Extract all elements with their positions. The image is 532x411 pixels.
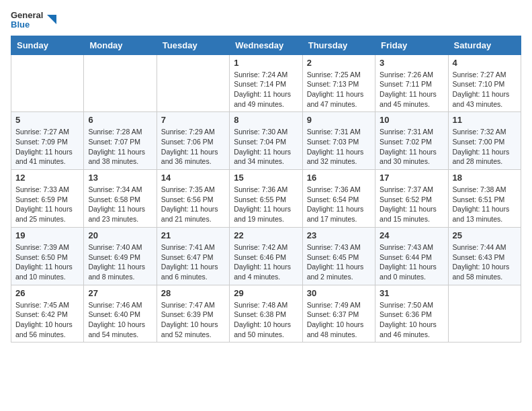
day-info: Sunrise: 7:49 AM Sunset: 6:37 PM Dayligh… <box>307 300 371 340</box>
day-cell-7: 7Sunrise: 7:29 AM Sunset: 7:06 PM Daylig… <box>157 112 229 170</box>
day-cell-4: 4Sunrise: 7:27 AM Sunset: 7:10 PM Daylig… <box>448 54 521 112</box>
day-cell-1: 1Sunrise: 7:24 AM Sunset: 7:14 PM Daylig… <box>230 54 302 112</box>
day-info: Sunrise: 7:38 AM Sunset: 6:51 PM Dayligh… <box>453 185 517 224</box>
day-number: 22 <box>234 230 298 240</box>
day-number: 5 <box>15 115 79 125</box>
day-cell-31: 31Sunrise: 7:50 AM Sunset: 6:36 PM Dayli… <box>375 285 448 342</box>
day-info: Sunrise: 7:27 AM Sunset: 7:10 PM Dayligh… <box>453 70 517 109</box>
day-cell-20: 20Sunrise: 7:40 AM Sunset: 6:49 PM Dayli… <box>84 227 157 285</box>
logo-blue: Blue <box>11 20 43 30</box>
day-info: Sunrise: 7:50 AM Sunset: 6:36 PM Dayligh… <box>380 300 443 340</box>
day-number: 27 <box>88 288 152 298</box>
logo-general: General <box>11 11 43 20</box>
empty-cell <box>84 54 157 112</box>
day-number: 30 <box>307 288 371 298</box>
day-cell-10: 10Sunrise: 7:31 AM Sunset: 7:02 PM Dayli… <box>375 112 448 170</box>
week-row-1: 1Sunrise: 7:24 AM Sunset: 7:14 PM Daylig… <box>11 54 521 112</box>
day-cell-18: 18Sunrise: 7:38 AM Sunset: 6:51 PM Dayli… <box>448 170 521 228</box>
day-number: 6 <box>88 115 152 125</box>
day-info: Sunrise: 7:31 AM Sunset: 7:02 PM Dayligh… <box>380 127 443 167</box>
day-info: Sunrise: 7:32 AM Sunset: 7:00 PM Dayligh… <box>453 127 517 167</box>
day-number: 17 <box>380 173 443 183</box>
day-number: 15 <box>234 173 298 183</box>
day-info: Sunrise: 7:48 AM Sunset: 6:38 PM Dayligh… <box>234 300 298 340</box>
day-cell-11: 11Sunrise: 7:32 AM Sunset: 7:00 PM Dayli… <box>448 112 521 170</box>
day-number: 12 <box>15 173 79 183</box>
day-info: Sunrise: 7:45 AM Sunset: 6:42 PM Dayligh… <box>15 300 79 340</box>
day-cell-8: 8Sunrise: 7:30 AM Sunset: 7:04 PM Daylig… <box>230 112 302 170</box>
day-info: Sunrise: 7:47 AM Sunset: 6:39 PM Dayligh… <box>161 300 225 340</box>
header: General Blue <box>11 11 521 30</box>
day-info: Sunrise: 7:26 AM Sunset: 7:11 PM Dayligh… <box>380 70 443 109</box>
day-number: 31 <box>380 288 443 298</box>
day-cell-27: 27Sunrise: 7:46 AM Sunset: 6:40 PM Dayli… <box>84 285 157 342</box>
weekday-header-wednesday: Wednesday <box>230 36 302 54</box>
day-info: Sunrise: 7:24 AM Sunset: 7:14 PM Dayligh… <box>234 70 298 109</box>
day-cell-22: 22Sunrise: 7:42 AM Sunset: 6:46 PM Dayli… <box>230 227 302 285</box>
empty-cell <box>157 54 229 112</box>
day-cell-14: 14Sunrise: 7:35 AM Sunset: 6:56 PM Dayli… <box>157 170 229 228</box>
day-number: 24 <box>380 230 443 240</box>
svg-marker-0 <box>47 15 56 24</box>
weekday-header-tuesday: Tuesday <box>157 36 229 54</box>
day-number: 28 <box>161 288 225 298</box>
day-number: 4 <box>453 58 517 68</box>
weekday-header-monday: Monday <box>84 36 157 54</box>
day-cell-5: 5Sunrise: 7:27 AM Sunset: 7:09 PM Daylig… <box>11 112 84 170</box>
day-cell-24: 24Sunrise: 7:43 AM Sunset: 6:44 PM Dayli… <box>375 227 448 285</box>
day-cell-28: 28Sunrise: 7:47 AM Sunset: 6:39 PM Dayli… <box>157 285 229 342</box>
day-number: 13 <box>88 173 152 183</box>
day-info: Sunrise: 7:36 AM Sunset: 6:54 PM Dayligh… <box>307 185 371 224</box>
week-row-2: 5Sunrise: 7:27 AM Sunset: 7:09 PM Daylig… <box>11 112 521 170</box>
day-number: 9 <box>307 115 371 125</box>
day-number: 18 <box>453 173 517 183</box>
day-info: Sunrise: 7:42 AM Sunset: 6:46 PM Dayligh… <box>234 242 298 282</box>
weekday-header-sunday: Sunday <box>11 36 84 54</box>
logo: General Blue <box>11 11 58 30</box>
week-row-5: 26Sunrise: 7:45 AM Sunset: 6:42 PM Dayli… <box>11 285 521 342</box>
day-number: 7 <box>161 115 225 125</box>
day-number: 11 <box>453 115 517 125</box>
day-info: Sunrise: 7:30 AM Sunset: 7:04 PM Dayligh… <box>234 127 298 167</box>
day-cell-13: 13Sunrise: 7:34 AM Sunset: 6:58 PM Dayli… <box>84 170 157 228</box>
week-row-3: 12Sunrise: 7:33 AM Sunset: 6:59 PM Dayli… <box>11 170 521 228</box>
day-info: Sunrise: 7:33 AM Sunset: 6:59 PM Dayligh… <box>15 185 79 224</box>
day-info: Sunrise: 7:27 AM Sunset: 7:09 PM Dayligh… <box>15 127 79 167</box>
day-cell-19: 19Sunrise: 7:39 AM Sunset: 6:50 PM Dayli… <box>11 227 84 285</box>
day-cell-9: 9Sunrise: 7:31 AM Sunset: 7:03 PM Daylig… <box>302 112 375 170</box>
day-cell-30: 30Sunrise: 7:49 AM Sunset: 6:37 PM Dayli… <box>302 285 375 342</box>
day-info: Sunrise: 7:35 AM Sunset: 6:56 PM Dayligh… <box>161 185 225 224</box>
day-number: 20 <box>88 230 152 240</box>
day-info: Sunrise: 7:29 AM Sunset: 7:06 PM Dayligh… <box>161 127 225 167</box>
day-cell-16: 16Sunrise: 7:36 AM Sunset: 6:54 PM Dayli… <box>302 170 375 228</box>
day-info: Sunrise: 7:41 AM Sunset: 6:47 PM Dayligh… <box>161 242 225 282</box>
day-cell-15: 15Sunrise: 7:36 AM Sunset: 6:55 PM Dayli… <box>230 170 302 228</box>
day-info: Sunrise: 7:43 AM Sunset: 6:44 PM Dayligh… <box>380 242 443 282</box>
day-info: Sunrise: 7:37 AM Sunset: 6:52 PM Dayligh… <box>380 185 443 224</box>
weekday-header-saturday: Saturday <box>448 36 521 54</box>
day-cell-23: 23Sunrise: 7:43 AM Sunset: 6:45 PM Dayli… <box>302 227 375 285</box>
empty-cell <box>11 54 84 112</box>
day-info: Sunrise: 7:43 AM Sunset: 6:45 PM Dayligh… <box>307 242 371 282</box>
day-info: Sunrise: 7:44 AM Sunset: 6:43 PM Dayligh… <box>453 242 517 282</box>
day-number: 16 <box>307 173 371 183</box>
day-cell-21: 21Sunrise: 7:41 AM Sunset: 6:47 PM Dayli… <box>157 227 229 285</box>
day-number: 3 <box>380 58 443 68</box>
weekday-header-friday: Friday <box>375 36 448 54</box>
empty-cell <box>448 285 521 342</box>
day-number: 25 <box>453 230 517 240</box>
day-cell-6: 6Sunrise: 7:28 AM Sunset: 7:07 PM Daylig… <box>84 112 157 170</box>
day-number: 2 <box>307 58 371 68</box>
day-info: Sunrise: 7:40 AM Sunset: 6:49 PM Dayligh… <box>88 242 152 282</box>
day-cell-26: 26Sunrise: 7:45 AM Sunset: 6:42 PM Dayli… <box>11 285 84 342</box>
day-number: 1 <box>234 58 298 68</box>
day-number: 8 <box>234 115 298 125</box>
day-number: 23 <box>307 230 371 240</box>
day-info: Sunrise: 7:28 AM Sunset: 7:07 PM Dayligh… <box>88 127 152 167</box>
day-info: Sunrise: 7:39 AM Sunset: 6:50 PM Dayligh… <box>15 242 79 282</box>
day-cell-29: 29Sunrise: 7:48 AM Sunset: 6:38 PM Dayli… <box>230 285 302 342</box>
day-number: 29 <box>234 288 298 298</box>
day-cell-2: 2Sunrise: 7:25 AM Sunset: 7:13 PM Daylig… <box>302 54 375 112</box>
day-info: Sunrise: 7:36 AM Sunset: 6:55 PM Dayligh… <box>234 185 298 224</box>
day-number: 26 <box>15 288 79 298</box>
